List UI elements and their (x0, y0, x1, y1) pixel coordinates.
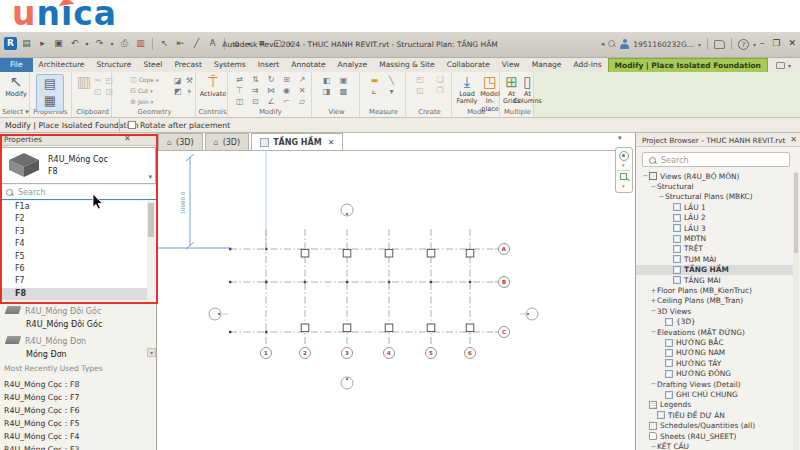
view-tool-icon[interactable]: ◧ (320, 76, 333, 86)
drawing-area[interactable]: 10080.0ABC123456 (157, 150, 633, 450)
type-list-item-f5[interactable]: F5 (1, 251, 147, 263)
tree-item-h-ng-nam[interactable]: HƯỚNG NAM (636, 348, 794, 358)
expand-icon[interactable]: + (650, 297, 657, 305)
measure-tool-icon[interactable]: ▾ (385, 87, 398, 97)
help-dropdown-icon[interactable]: ▾ (753, 41, 756, 48)
mru-item[interactable]: R4U_Móng Cọc : F4 (4, 432, 79, 441)
contextual-tab-switcher[interactable]: ▾ (776, 58, 791, 72)
tree-item-drafting-views-detail-[interactable]: −Drafting Views (Detail) (636, 379, 794, 389)
steering-wheel-icon[interactable] (619, 151, 629, 161)
type-list-item-f2[interactable]: F2 (1, 213, 147, 225)
modify-tool-icon[interactable]: ↗ (296, 75, 308, 85)
view-tool-icon[interactable]: ◨ (320, 87, 333, 97)
ribbon-tab-architecture[interactable]: Architecture (33, 58, 91, 72)
account-id[interactable]: 1951160232G... (633, 40, 694, 49)
ribbon-tab-manage[interactable]: Manage (526, 58, 568, 72)
ribbon-tab-insert[interactable]: Insert (252, 58, 286, 72)
tree-item-views-r4u-b-m-n-[interactable]: −Views (R4U_BỘ MÔN) (636, 171, 794, 181)
ribbon-tab-collaborate[interactable]: Collaborate (441, 58, 496, 72)
type-list-item-f6[interactable]: F6 (1, 263, 147, 275)
geometry-icon[interactable]: ◩ (174, 87, 182, 97)
mru-item[interactable]: R4U_Móng Cọc : F7 (4, 393, 79, 402)
mru-item[interactable]: R4U_Móng Cọc : F8 (4, 380, 79, 389)
ribbon-tab-massing-site[interactable]: Massing & Site (373, 58, 441, 72)
collapse-icon[interactable]: − (650, 328, 657, 336)
type-list-item-f1a[interactable]: F1a (1, 201, 147, 213)
type-search-box[interactable]: Search (1, 185, 156, 200)
mru-item[interactable]: R4U_Móng Cọc : F6 (4, 406, 79, 415)
view-tab-1[interactable]: ⌂(3D) (205, 133, 250, 150)
view-tab-2[interactable]: TẦNG HẦM✕ (251, 133, 343, 150)
tree-item-schedules-quantities-all-[interactable]: Schedules/Quantities (all) (636, 421, 794, 431)
modify-tool-icon[interactable]: ⊡ (250, 97, 262, 107)
mru-item[interactable]: R4U_Móng Cọc : F3 (4, 445, 79, 450)
family-type-row[interactable]: Móng Đơn (26, 350, 67, 359)
expand-icon[interactable]: + (650, 287, 657, 295)
collapse-icon[interactable]: − (650, 183, 657, 191)
ribbon-tab-precast[interactable]: Precast (168, 58, 208, 72)
modify-tool-icon[interactable]: ∠ (265, 97, 277, 107)
paste-button[interactable]: ▥ (76, 74, 92, 91)
tree-item-sheets-r4u-sheet-[interactable]: Sheets (R4U_SHEET) (636, 431, 794, 441)
tree-item-l-u-2[interactable]: LẦU 2 (636, 213, 794, 223)
modify-tool-icon[interactable]: ⊤ (234, 86, 246, 96)
account-icon[interactable] (620, 39, 629, 49)
clipboard-icon[interactable]: ✂ (94, 76, 102, 86)
modify-tool-icon[interactable]: ⇄ (234, 75, 246, 85)
create-tool-icon[interactable]: ❐ (432, 86, 448, 96)
minimize-button[interactable]: – (760, 38, 765, 48)
geometry-icon[interactable]: ⚒ (186, 76, 194, 86)
collapse-arrow-icon[interactable]: ◂ (601, 40, 605, 48)
tree-item--3d-[interactable]: {3D} (636, 317, 794, 327)
browser-search-box[interactable]: Search (642, 152, 790, 167)
view-tool-icon[interactable]: ▩ (337, 87, 350, 97)
activate-button[interactable]: ⍑Activate (200, 74, 226, 98)
collapse-chevron-icon[interactable]: ▾ (618, 134, 622, 142)
clipboard-icon[interactable]: ◱ (94, 87, 102, 97)
clipboard-icon[interactable]: ◲ (106, 87, 114, 97)
type-selector-dropdown-icon[interactable]: ▾ (148, 173, 152, 181)
cart-icon[interactable] (714, 40, 725, 49)
view-tool-icon[interactable]: ▣ (337, 76, 350, 86)
properties-button[interactable]: ▤▦ (36, 74, 64, 112)
tree-item-structural[interactable]: −Structural (636, 181, 794, 191)
help-icon[interactable]: ? (738, 39, 749, 50)
tree-item-t-ng-m-i[interactable]: TẦNG MÁI (636, 275, 794, 285)
modify-tool-icon[interactable]: ⇉ (250, 86, 262, 96)
project-browser-header[interactable]: Project Browser - THUC HANH REVIT.rvt ✕ (636, 133, 800, 147)
panel-label[interactable]: Multiple (502, 108, 533, 116)
panel-label[interactable]: Clipboard (74, 108, 111, 116)
rotate-after-placement-checkbox[interactable] (128, 121, 136, 129)
tree-item-t-ng-h-m[interactable]: TẦNG HẦM (636, 265, 794, 275)
modify-tool-icon[interactable]: ⇅ (250, 75, 262, 85)
modify-tool-icon[interactable]: ⊞ (281, 75, 293, 85)
geometry-row-cope[interactable]: ◫Cope▾ (130, 76, 159, 84)
modify-button[interactable]: ↖Modify (5, 74, 27, 98)
panel-label[interactable]: Modify (230, 108, 311, 116)
collapse-icon[interactable]: − (650, 443, 657, 450)
ruler-icon[interactable]: ▬ (368, 76, 381, 86)
tree-item-legends[interactable]: Legends (636, 400, 794, 410)
ribbon-tab-annotate[interactable]: Annotate (285, 58, 331, 72)
ribbon-tab-steel[interactable]: Steel (137, 58, 168, 72)
project-browser-close-icon[interactable]: ✕ (790, 135, 797, 144)
tree-item-h-ng-ng[interactable]: HƯỚNG ĐÔNG (636, 369, 794, 379)
tree-item-m-tn[interactable]: MĐTN (636, 233, 794, 243)
tree-item-elevations-m-t-ng-[interactable]: −Elevations (MẶT ĐỨNG) (636, 327, 794, 337)
geometry-icon[interactable]: ⌖ (186, 87, 194, 97)
ribbon-tab-add-ins[interactable]: Add-Ins (567, 58, 607, 72)
modify-tool-icon[interactable]: ⌐ (281, 97, 293, 107)
tree-item-l-u-3[interactable]: LẦU 3 (636, 223, 794, 233)
create-tool-icon[interactable]: ◰ (412, 75, 428, 85)
tree-item-h-ng-b-c[interactable]: HƯỚNG BẮC (636, 337, 794, 347)
properties-palette-header[interactable]: Properties ✕ (0, 133, 157, 146)
type-list-item-f3[interactable]: F3 (1, 226, 147, 238)
tree-item-ceiling-plans-mb-tran-[interactable]: +Ceiling Plans (MB_Tran) (636, 296, 794, 306)
panel-label[interactable]: Controls (198, 108, 227, 116)
account-dropdown-icon[interactable]: ▾ (698, 41, 701, 48)
tree-item-floor-plans-mb-kientruc-[interactable]: +Floor Plans (MB_KienTruc) (636, 285, 794, 295)
family-row[interactable]: R4U_Móng Đơn (6, 336, 86, 346)
tree-item-k-t-c-u[interactable]: −KẾT CẤU (636, 441, 794, 450)
restore-button[interactable]: ❐ (772, 38, 780, 48)
modify-tool-icon[interactable]: ↻ (265, 75, 277, 85)
